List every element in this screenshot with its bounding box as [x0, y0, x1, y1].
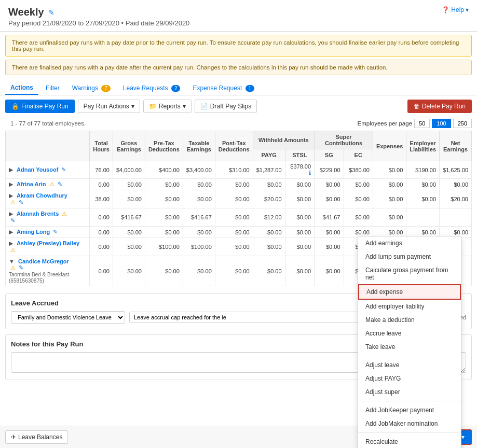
dropdown-item-recalculate[interactable]: Recalculate: [358, 435, 461, 448]
employee-name[interactable]: Akram Chowdhury: [17, 192, 67, 199]
table-row: ▶ Akram Chowdhury ⚠ ✎ 38.00 $0.00 $0.00 …: [6, 190, 472, 208]
sg-cell: $229.00: [315, 161, 344, 179]
col-sg: SG: [315, 149, 344, 161]
col-payg: PAYG: [253, 149, 285, 161]
col-post-tax: Post-TaxDeductions: [215, 131, 253, 161]
per-page-250[interactable]: 250: [453, 119, 472, 128]
chevron-down-icon: ▾: [466, 6, 469, 13]
dropdown-divider: [358, 356, 461, 356]
employer-liabilities-cell: $190.00: [406, 161, 440, 179]
dropdown-item-add-employer-liability[interactable]: Add employer liability: [358, 300, 461, 313]
employee-name[interactable]: Afrina Arin: [17, 181, 46, 187]
expand-icon[interactable]: ▶: [9, 229, 13, 235]
leave-balances-button[interactable]: ✈ Leave Balances: [5, 430, 68, 444]
edit-employee-icon[interactable]: ✎: [61, 166, 66, 173]
actions-bar: 🔒 Finalise Pay Run Pay Run Actions ▾ 📁 R…: [0, 95, 477, 117]
employee-sub: Taormina Bed & Breekfast (65815630875): [9, 272, 69, 284]
warning-icon: ⚠: [49, 181, 54, 187]
employee-cell: ▶ Adnan Yousoof ✎: [6, 161, 90, 179]
per-page-100[interactable]: 100: [432, 119, 451, 128]
dropdown-item-accrue-leave[interactable]: Accrue leave: [358, 327, 461, 340]
employee-name[interactable]: Aming Long: [17, 229, 50, 235]
col-pre-tax: Pre-TaxDeductions: [145, 131, 183, 161]
stsl-cell: $378.00 ℹ: [285, 161, 315, 179]
employee-name[interactable]: Candice McGregor: [18, 258, 69, 264]
warning-bar-2: There are finalised pay runs with a pay …: [5, 60, 472, 75]
dropdown-item-adjust-payg[interactable]: Adjust PAYG: [358, 372, 461, 385]
col-total-hours: TotalHours: [90, 131, 113, 161]
col-withheld-group: Withheld Amounts: [253, 131, 314, 149]
employee-cell: ▶ Aming Long ✎: [6, 227, 90, 238]
dropdown-item-add-expense[interactable]: Add expense: [358, 284, 461, 300]
expand-icon[interactable]: ▶: [9, 192, 13, 199]
col-name: [6, 131, 90, 161]
tab-actions[interactable]: Actions: [5, 81, 38, 95]
dropdown-divider-2: [358, 401, 461, 401]
dropdown-item-jobkeeper[interactable]: Add JobKeeper payment: [358, 403, 461, 417]
finalise-pay-run-button[interactable]: 🔒 Finalise Pay Run: [5, 100, 75, 113]
dropdown-divider-3: [358, 432, 461, 433]
employee-name[interactable]: Alannah Brents: [17, 211, 59, 217]
edit-title-icon[interactable]: ✎: [48, 8, 54, 17]
dropdown-item-calc-gross[interactable]: Calculate gross payment from net: [358, 263, 461, 284]
chevron-down-icon: ▾: [131, 103, 134, 110]
employee-name[interactable]: Adnan Yousoof: [17, 166, 58, 173]
employee-cell: ▶ Ashley (Presley) Bailey ⚠: [6, 238, 90, 256]
tab-leave-requests[interactable]: Leave Requests 2: [118, 82, 186, 94]
page: Weekly ✎ Pay period 21/09/2020 to 27/09/…: [0, 0, 477, 448]
info-icon[interactable]: ℹ: [309, 170, 311, 176]
dropdown-item-jobmaker[interactable]: Add JobMaker nomination: [358, 417, 461, 430]
col-ec: EC: [344, 149, 373, 161]
chevron-down-icon: ▾: [183, 103, 186, 110]
dropdown-item-lump-sum[interactable]: Add lump sum payment: [358, 250, 461, 263]
plane-icon: ✈: [11, 433, 16, 441]
expand-icon[interactable]: ▶: [9, 240, 13, 246]
help-icon: ❓: [442, 6, 449, 13]
draft-pay-slips-button[interactable]: 📄 Draft Pay Slips: [195, 100, 257, 113]
trash-icon: 🗑: [414, 103, 420, 110]
actions-dropdown-menu: Add earnings Add lump sum payment Calcul…: [358, 236, 461, 448]
warnings-badge: 7: [101, 85, 111, 92]
help-button[interactable]: ❓ Help ▾: [442, 6, 469, 13]
col-net-earnings: NetEarnings: [440, 131, 472, 161]
header: Weekly ✎ Pay period 21/09/2020 to 27/09/…: [0, 0, 477, 32]
employee-name[interactable]: Ashley (Presley) Bailey: [17, 240, 79, 246]
col-stsl: STSL: [285, 149, 315, 161]
table-row: ▶ Alannah Brents ⚠ ✎ 0.00 $416.67 $0.00 …: [6, 208, 472, 227]
expand-icon[interactable]: ▶: [9, 181, 13, 187]
dropdown-item-add-earnings[interactable]: Add earnings: [358, 236, 461, 250]
dropdown-item-make-deduction[interactable]: Make a deduction: [358, 313, 461, 327]
pay-run-actions-button[interactable]: Pay Run Actions ▾: [78, 100, 140, 113]
tab-filter[interactable]: Filter: [40, 82, 65, 94]
employee-cell: ▼ Candice McGregor ⚠ ✎ Taormina Bed & Br…: [6, 256, 90, 286]
per-page-50[interactable]: 50: [414, 119, 430, 128]
post-tax-cell: $310.00: [215, 161, 253, 179]
pre-tax-cell: $400.00: [145, 161, 183, 179]
tab-expense-request[interactable]: Expense Request 1: [187, 82, 260, 94]
edit-employee-icon[interactable]: ✎: [53, 229, 58, 235]
expand-icon[interactable]: ▶: [9, 166, 13, 173]
edit-employee-icon[interactable]: ✎: [58, 181, 62, 187]
expand-icon[interactable]: ▶: [9, 211, 13, 217]
employee-cell: ▶ Alannah Brents ⚠ ✎: [6, 208, 90, 227]
lock-icon: 🔒: [11, 103, 19, 110]
edit-employee-icon[interactable]: ✎: [19, 264, 23, 271]
reports-button[interactable]: 📁 Reports ▾: [143, 100, 192, 113]
dropdown-item-adjust-super[interactable]: Adjust super: [358, 385, 461, 399]
net-earnings-cell: $1,625.00: [440, 161, 472, 179]
dropdown-item-take-leave[interactable]: Take leave: [358, 340, 461, 354]
employee-cell: ▶ Afrina Arin ⚠ ✎: [6, 179, 90, 190]
file-icon: 📄: [200, 103, 208, 110]
edit-employee-icon[interactable]: ✎: [19, 199, 23, 205]
warning-bar-1: There are unfinalised pay runs with a pa…: [5, 35, 472, 57]
collapse-icon[interactable]: ▼: [9, 258, 15, 264]
tab-warnings[interactable]: Warnings 7: [67, 82, 116, 94]
dropdown-item-adjust-leave[interactable]: Adjust leave: [358, 358, 461, 372]
employee-cell: ▶ Akram Chowdhury ⚠ ✎: [6, 190, 90, 208]
edit-employee-icon[interactable]: ✎: [10, 217, 15, 223]
payg-cell: $1,287.00: [253, 161, 285, 179]
delete-pay-run-button[interactable]: 🗑 Delete Pay Run: [407, 100, 472, 113]
pay-period: Pay period 21/09/2020 to 27/09/2020 • Pa…: [8, 19, 189, 27]
leave-type-select[interactable]: Family and Domestic Violence Leave: [11, 311, 125, 324]
col-employer-liabilities: EmployerLiabilities: [406, 131, 440, 161]
